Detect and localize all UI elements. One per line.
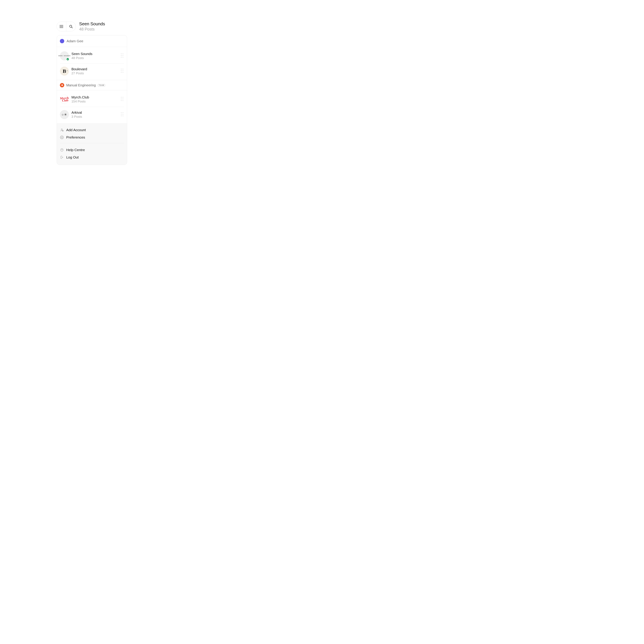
search-button[interactable]: [66, 22, 76, 31]
menu-button[interactable]: [57, 22, 66, 31]
account-name: Seen Sounds: [71, 52, 119, 56]
account-posts: 154 Posts: [71, 100, 119, 103]
drag-handle-icon[interactable]: [121, 53, 124, 58]
account-avatar: B: [60, 67, 69, 76]
footer-group-secondary: Help Centre Log Out: [60, 143, 124, 161]
footer-label: Add Account: [66, 128, 86, 132]
help-centre-button[interactable]: Help Centre: [60, 146, 124, 154]
account-posts: 48 Posts: [71, 56, 119, 60]
team-row[interactable]: Manual Engineering TEAM: [57, 80, 127, 90]
team-badge: TEAM: [98, 84, 105, 87]
sheet-footer: Add Account Preferences Help Centre: [57, 123, 127, 165]
account-switcher-sheet: Adam Gee SEEN SOUNDS Seen Sounds 48 Post…: [57, 35, 127, 165]
account-name: Boulevard: [71, 67, 119, 71]
footer-group-primary: Add Account Preferences: [60, 126, 124, 141]
account-posts: 3 Posts: [71, 115, 119, 119]
user-plus-icon: [60, 128, 64, 132]
hamburger-icon: [60, 25, 63, 28]
account-item-seen-sounds[interactable]: SEEN SOUNDS Seen Sounds 48 Posts: [60, 48, 124, 63]
drag-handle-icon[interactable]: [121, 97, 124, 102]
account-avatar: Myrch Club: [60, 94, 69, 104]
account-item-myrch-club[interactable]: Myrch Club Myrch.Club 154 Posts: [60, 92, 124, 107]
avatar-text: ○✳: [62, 113, 67, 117]
avatar-text: SEEN SOUNDS: [58, 55, 70, 57]
page-title: Seen Sounds: [79, 21, 105, 26]
footer-label: Log Out: [66, 155, 79, 159]
header: Seen Sounds 48 Posts: [57, 21, 105, 32]
team-name: Manual Engineering: [66, 83, 96, 87]
svg-point-3: [70, 25, 72, 27]
owner-avatar: [60, 39, 64, 43]
preferences-button[interactable]: Preferences: [60, 134, 124, 141]
account-name: Arkival: [71, 111, 119, 115]
svg-point-5: [61, 129, 62, 130]
add-account-button[interactable]: Add Account: [60, 126, 124, 134]
header-title-block: Seen Sounds 48 Posts: [79, 21, 105, 32]
owner-row[interactable]: Adam Gee: [57, 35, 127, 47]
footer-label: Preferences: [66, 135, 85, 139]
account-avatar: ○✳: [60, 110, 69, 119]
svg-point-9: [61, 137, 62, 138]
drag-handle-icon[interactable]: [121, 112, 124, 117]
log-out-button[interactable]: Log Out: [60, 154, 124, 161]
maple-leaf-icon: [61, 84, 63, 87]
personal-accounts-list: SEEN SOUNDS Seen Sounds 48 Posts B Boule…: [57, 47, 127, 80]
svg-line-4: [72, 27, 72, 28]
account-item-arkival[interactable]: ○✳ Arkival 3 Posts: [60, 107, 124, 122]
gear-icon: [60, 135, 64, 139]
footer-label: Help Centre: [66, 148, 85, 152]
account-posts: 27 Posts: [71, 71, 119, 75]
account-text: Arkival 3 Posts: [71, 111, 119, 119]
account-avatar: SEEN SOUNDS: [60, 51, 69, 60]
account-text: Seen Sounds 48 Posts: [71, 52, 119, 60]
page-subtitle: 48 Posts: [79, 27, 105, 32]
logout-icon: [60, 155, 64, 159]
active-check-icon: [66, 58, 69, 61]
avatar-text-2: Club: [62, 99, 68, 102]
drag-handle-icon[interactable]: [121, 69, 124, 73]
owner-name: Adam Gee: [67, 39, 83, 43]
account-text: Myrch.Club 154 Posts: [71, 95, 119, 103]
account-name: Myrch.Club: [71, 95, 119, 99]
team-accounts-list: Myrch Club Myrch.Club 154 Posts ○✳ Arkiv…: [57, 90, 127, 123]
avatar-text: B: [63, 68, 66, 74]
team-avatar: [60, 83, 64, 87]
account-text: Boulevard 27 Posts: [71, 67, 119, 75]
search-icon: [69, 25, 73, 28]
account-item-boulevard[interactable]: B Boulevard 27 Posts: [60, 63, 124, 79]
header-actions-pill: [57, 22, 76, 31]
help-icon: [60, 148, 64, 152]
